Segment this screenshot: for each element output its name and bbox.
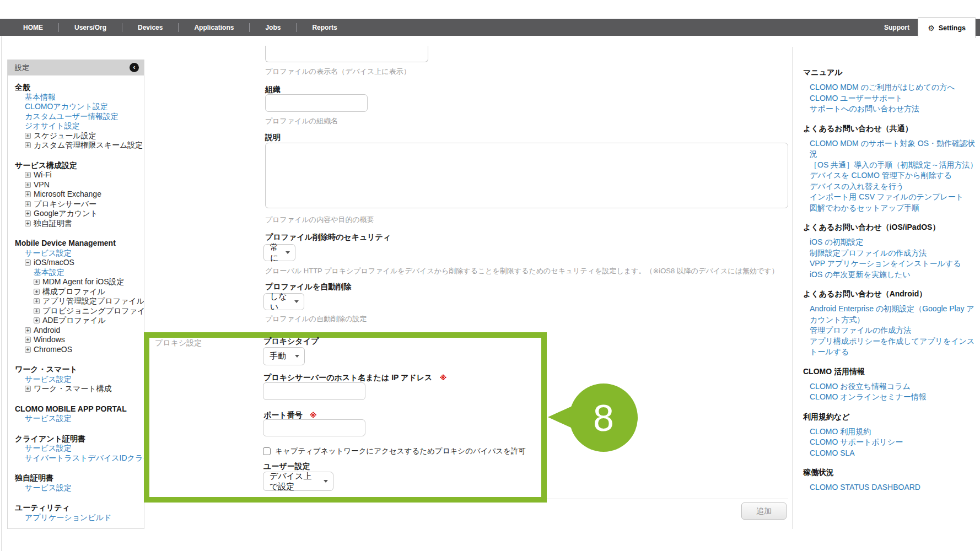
help-link-csv-template[interactable]: インポート用 CSV ファイルのテンプレート [803, 192, 979, 203]
help-link-vpp-install[interactable]: VPP アプリケーションをインストールする [803, 258, 979, 269]
sidebar-group-heading: 全般 [8, 83, 144, 93]
sidebar-item-cybertrust-deviceid[interactable]: サイバートラストデバイスIDクライ... [8, 453, 144, 463]
help-link-status-dashboard[interactable]: CLOMO STATUS DASHBOARD [803, 482, 979, 493]
help-link-ios-annual-update[interactable]: iOS の年次更新を実施したい [803, 269, 979, 280]
sidebar-item-ms-exchange[interactable]: +Microsoft Exchange [8, 190, 144, 199]
sidebar-item-app-mgmt-profile[interactable]: +アプリ管理設定プロファイル [8, 296, 144, 306]
help-section-faq-common: よくあるお問い合わせ（共通） CLOMO MDM のサポート対象 OS・動作確認… [803, 123, 979, 214]
help-link-replace-device[interactable]: デバイスの入れ替えを行う [803, 181, 979, 192]
nav-item-devices[interactable]: Devices [122, 24, 178, 31]
nav-item-applications[interactable]: Applications [179, 24, 249, 31]
sidebar-item-label: Googleアカウント [34, 209, 98, 218]
nav-item-support[interactable]: Support [884, 19, 909, 36]
help-link-sla[interactable]: CLOMO SLA [803, 448, 979, 459]
help-link-android-enterprise-setup[interactable]: Android Enterprise の初期設定（Google Play アカウ… [803, 304, 979, 325]
sidebar-item-android[interactable]: +Android [8, 326, 144, 336]
settings-tab-label: Settings [939, 24, 966, 32]
sidebar-item-ios-macos[interactable]: −iOS/macOS [8, 258, 144, 268]
help-link-managed-profile[interactable]: 管理プロファイルの作成方法 [803, 325, 979, 336]
help-link-support-policy[interactable]: CLOMO サポートポリシー [803, 437, 979, 448]
plus-box-icon[interactable]: + [25, 201, 31, 207]
sidebar-item-vpn[interactable]: +VPN [8, 180, 144, 190]
sidebar-item-map-service[interactable]: サービス設定 [8, 414, 144, 424]
sidebar-item-worksmart-config[interactable]: +ワーク・スマート構成 [8, 384, 144, 394]
sidebar-group-heading: サービス構成設定 [8, 161, 144, 171]
help-link-restriction-profile[interactable]: 制限設定プロファイルの作成方法 [803, 248, 979, 259]
proxy-port-input[interactable] [263, 419, 365, 436]
help-link-contact-support[interactable]: サポートへのお問い合わせ方法 [803, 104, 979, 115]
removal-security-label: プロファイル削除時のセキュリティ [265, 233, 391, 242]
removal-security-value: 常に [270, 242, 281, 263]
plus-box-icon[interactable]: + [25, 191, 31, 197]
tab-settings[interactable]: ⚙ Settings [918, 17, 976, 38]
sidebar-item-wifi[interactable]: +Wi-Fi [8, 170, 144, 180]
display-name-input[interactable] [265, 46, 428, 62]
removal-security-select[interactable]: 常に [263, 244, 295, 261]
plus-box-icon[interactable]: + [34, 308, 40, 314]
plus-box-icon[interactable]: + [25, 210, 31, 217]
nav-item-reports[interactable]: Reports [297, 24, 352, 31]
sidebar-item-clientcert-service[interactable]: サービス設定 [8, 444, 144, 453]
sidebar-item-custom-admin-scheme[interactable]: +カスタム管理権限スキーム設定 [8, 141, 144, 150]
sidebar-collapse-button[interactable]: ‹ [130, 63, 139, 72]
proxy-type-select[interactable]: 手動 [263, 347, 305, 365]
sidebar-item-config-profile[interactable]: +構成プロファイル [8, 287, 144, 297]
sidebar-item-app-build[interactable]: アプリケーションビルド [8, 513, 144, 523]
help-link-ios-initial-setup[interactable]: iOS の初期設定 [803, 237, 979, 248]
nav-item-jobs[interactable]: Jobs [250, 24, 296, 31]
user-setting-select[interactable]: デバイス上で設定 [263, 472, 333, 491]
nav-item-users-org[interactable]: Users/Org [59, 24, 122, 31]
plus-box-icon[interactable]: + [34, 298, 40, 304]
sidebar-item-label: プロビジョニングプロファイル [42, 306, 144, 315]
sidebar-item-basic-info[interactable]: 基本情報 [8, 93, 144, 102]
sidebar-item-clomo-account[interactable]: CLOMOアカウント設定 [8, 102, 144, 112]
sidebar-item-geosite[interactable]: ジオサイト設定 [8, 121, 144, 131]
sidebar-item-provisioning-profile[interactable]: +プロビジョニングプロファイル [8, 306, 144, 316]
sidebar-item-own-cert[interactable]: +独自証明書 [8, 219, 144, 229]
sidebar-item-chromeos[interactable]: +ChromeOS [8, 345, 144, 355]
add-button[interactable]: 追加 [741, 503, 787, 520]
organization-input[interactable] [265, 94, 368, 112]
proxy-bypass-checkbox[interactable] [263, 447, 271, 455]
sidebar-item-schedule[interactable]: +スケジュール設定 [8, 131, 144, 141]
help-link-supported-os[interactable]: CLOMO MDM のサポート対象 OS・動作確認状況 [803, 138, 979, 160]
plus-box-icon[interactable]: + [34, 317, 40, 323]
help-link-online-seminar[interactable]: CLOMO オンラインセミナー情報 [803, 392, 979, 403]
sidebar-item-worksmart-service[interactable]: サービス設定 [8, 375, 144, 385]
sidebar-item-proxy-server[interactable]: +プロキシサーバー [8, 199, 144, 209]
plus-box-icon[interactable]: + [25, 142, 31, 148]
help-link-user-support[interactable]: CLOMO ユーザーサポート [803, 93, 979, 104]
help-link-app-config-policy[interactable]: アプリ構成ポリシーを作成してアプリをインストールする [803, 336, 979, 358]
help-link-remove-device[interactable]: デバイスを CLOMO 管理下から削除する [803, 170, 979, 181]
plus-box-icon[interactable]: + [25, 337, 31, 343]
sidebar-item-mdm-service-settings[interactable]: サービス設定 [8, 249, 144, 258]
plus-box-icon[interactable]: + [34, 289, 40, 295]
plus-box-icon[interactable]: + [25, 172, 31, 178]
help-link-illustrated-setup[interactable]: 図解でわかるセットアップ手順 [803, 203, 979, 214]
help-link-setup-procedure[interactable]: ［OS 共通］導入の手順（初期設定～活用方法） [803, 160, 979, 171]
plus-box-icon[interactable]: + [25, 386, 31, 392]
minus-box-icon[interactable]: − [25, 260, 31, 266]
sidebar-item-google-account[interactable]: +Googleアカウント [8, 209, 144, 219]
sidebar-group-service-config: サービス構成設定 +Wi-Fi +VPN +Microsoft Exchange… [8, 161, 144, 229]
proxy-host-input[interactable] [263, 382, 365, 400]
help-link-useful-column[interactable]: CLOMO お役立ち情報コラム [803, 381, 979, 392]
sidebar-item-basic-settings[interactable]: 基本設定 [8, 268, 144, 278]
sidebar-item-custom-user-info[interactable]: カスタムユーザー情報設定 [8, 112, 144, 122]
plus-box-icon[interactable]: + [25, 327, 31, 333]
nav-item-home[interactable]: HOME [8, 24, 58, 31]
sidebar-item-windows[interactable]: +Windows [8, 335, 144, 345]
plus-box-icon[interactable]: + [34, 279, 40, 285]
plus-box-icon[interactable]: + [25, 220, 31, 226]
description-textarea[interactable] [265, 143, 788, 208]
sidebar-item-mdm-agent-ios[interactable]: +MDM Agent for iOS設定 [8, 277, 144, 287]
sidebar-item-ade-profile[interactable]: +ADEプロファイル [8, 316, 144, 326]
plus-box-icon[interactable]: + [25, 347, 31, 353]
required-mark: ※ [440, 374, 447, 382]
plus-box-icon[interactable]: + [25, 133, 31, 139]
plus-box-icon[interactable]: + [25, 182, 31, 188]
auto-remove-select[interactable]: しない [263, 293, 304, 310]
sidebar-item-owncert-service[interactable]: サービス設定 [8, 483, 144, 493]
help-link-terms-of-use[interactable]: CLOMO 利用規約 [803, 426, 979, 437]
help-link-mdm-first-time[interactable]: CLOMO MDM のご利用がはじめての方へ [803, 82, 979, 93]
